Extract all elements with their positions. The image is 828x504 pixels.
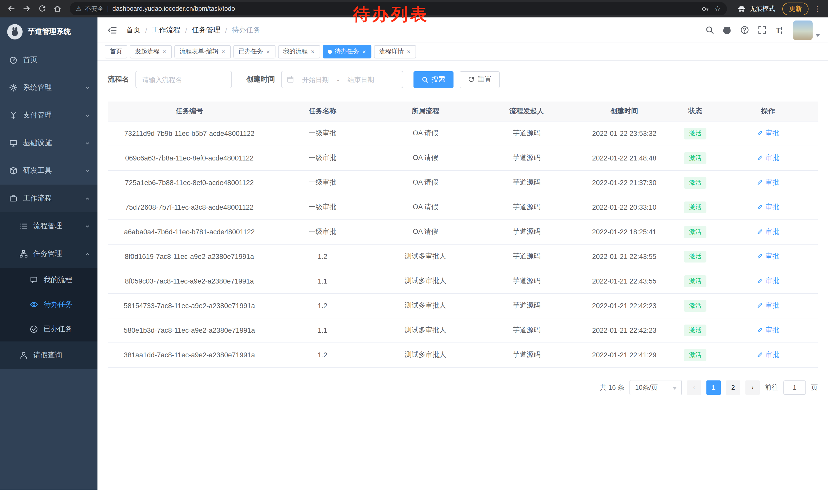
page-button-2[interactable]: 2 <box>726 380 740 395</box>
sidebar-item-dev-tools[interactable]: 研发工具 <box>0 157 97 185</box>
sidebar-toggle-icon[interactable] <box>106 26 121 35</box>
close-icon[interactable]: × <box>362 48 366 55</box>
tab-home[interactable]: 首页 <box>105 45 127 58</box>
url-text[interactable]: dashboard.yudao.iocoder.cn/bpm/task/todo <box>112 5 235 12</box>
password-key-icon[interactable] <box>702 5 709 12</box>
table-header-row: 任务编号 任务名称 所属流程 流程发起人 创建时间 状态 操作 <box>108 101 818 121</box>
cell-actions: 审批 <box>718 220 818 244</box>
breadcrumb-workflow[interactable]: 工作流程 <box>152 26 180 35</box>
cell-process: 测试多审批人 <box>374 244 477 269</box>
chevron-up-icon <box>85 196 90 201</box>
home-icon[interactable] <box>51 3 64 15</box>
tab-label: 已办任务 <box>239 47 263 56</box>
workflow-submenu: 流程管理 任务管理 <box>0 212 97 369</box>
cell-created: 2022-01-21 22:43:55 <box>576 244 672 269</box>
prev-page-button[interactable]: ‹ <box>687 380 701 395</box>
approve-link[interactable]: 审批 <box>757 178 779 187</box>
sidebar-item-home[interactable]: 首页 <box>0 46 97 74</box>
tab-process-detail[interactable]: 流程详情 × <box>374 45 416 58</box>
breadcrumb-current: 待办任务 <box>232 26 260 35</box>
back-icon[interactable] <box>5 3 17 15</box>
cell-status: 激活 <box>672 195 718 220</box>
process-name-input[interactable] <box>135 71 232 88</box>
cell-starter: 芋道源码 <box>477 293 576 318</box>
cell-process: OA 请假 <box>374 220 477 244</box>
cell-actions: 审批 <box>718 170 818 195</box>
goto-page-input[interactable] <box>783 380 806 395</box>
user-menu[interactable] <box>793 20 820 40</box>
sidebar-item-workflow[interactable]: 工作流程 <box>0 185 97 212</box>
help-icon[interactable] <box>737 21 752 39</box>
sidebar-item-leave-query[interactable]: 请假查询 <box>0 341 97 369</box>
sidebar-item-system[interactable]: 系统管理 <box>0 74 97 101</box>
approve-link[interactable]: 审批 <box>757 227 779 236</box>
yen-icon <box>9 111 17 120</box>
close-icon[interactable]: × <box>221 48 226 55</box>
forward-icon[interactable] <box>20 3 33 15</box>
close-icon[interactable]: × <box>406 48 411 55</box>
sidebar-item-todo-tasks[interactable]: 待办任务 <box>0 292 97 317</box>
approve-link[interactable]: 审批 <box>757 276 779 286</box>
cell-starter: 芋道源码 <box>477 170 576 195</box>
sidebar-item-label: 首页 <box>23 55 37 64</box>
font-size-icon[interactable]: T¦ <box>772 21 787 39</box>
fullscreen-icon[interactable] <box>754 21 770 39</box>
sidebar-item-my-processes[interactable]: 我的流程 <box>0 268 97 292</box>
cell-created: 2022-01-22 21:48:48 <box>576 146 672 170</box>
table-body: 73211d9d-7b9b-11ec-b5b7-acde48001122 一级审… <box>108 121 818 367</box>
sidebar-item-process-management[interactable]: 流程管理 <box>0 212 97 240</box>
tab-start-process[interactable]: 发起流程 × <box>130 45 172 58</box>
close-icon[interactable]: × <box>266 48 271 55</box>
sidebar-item-payment[interactable]: 支付管理 <box>0 101 97 129</box>
table-row: a6aba0a4-7b6d-11ec-b781-acde48001122 一级审… <box>108 220 818 244</box>
chrome-menu-icon[interactable]: ⋮ <box>812 5 823 13</box>
navbar-actions: T¦ <box>702 20 820 40</box>
monitor-icon <box>9 139 17 147</box>
bookmark-star-icon[interactable]: ☆ <box>714 5 721 12</box>
tab-my-processes[interactable]: 我的流程 × <box>278 45 320 58</box>
tab-todo-tasks[interactable]: 待办任务 × <box>323 45 371 58</box>
search-icon[interactable] <box>702 21 717 39</box>
approve-link[interactable]: 审批 <box>757 153 779 163</box>
sidebar-item-done-tasks[interactable]: 已办任务 <box>0 317 97 341</box>
breadcrumb-home[interactable]: 首页 <box>126 26 140 35</box>
dashboard-icon <box>9 56 17 64</box>
update-button[interactable]: 更新 <box>782 2 809 15</box>
briefcase-icon <box>9 194 17 202</box>
approve-link-label: 审批 <box>765 252 779 261</box>
approve-link[interactable]: 审批 <box>757 129 779 138</box>
approve-link-label: 审批 <box>765 350 779 359</box>
date-range-picker[interactable]: - <box>281 71 403 88</box>
github-icon[interactable] <box>719 21 735 39</box>
approve-link[interactable]: 审批 <box>757 326 779 335</box>
breadcrumb-task-management[interactable]: 任务管理 <box>192 26 220 35</box>
tab-process-form-edit[interactable]: 流程表单-编辑 × <box>174 45 231 58</box>
sidebar-item-task-management[interactable]: 任务管理 <box>0 240 97 268</box>
approve-link[interactable]: 审批 <box>757 202 779 212</box>
avatar[interactable] <box>793 20 813 40</box>
not-secure-label[interactable]: 不安全 <box>85 4 104 13</box>
chat-bubble-icon <box>30 276 38 284</box>
cell-task-id: 580e1b3d-7ac8-11ec-a9e2-a2380e71991a <box>108 318 271 342</box>
start-date-input[interactable] <box>296 76 335 83</box>
approve-link[interactable]: 审批 <box>757 301 779 310</box>
close-icon[interactable]: × <box>310 48 315 55</box>
close-icon[interactable]: × <box>162 48 167 55</box>
page-button-1[interactable]: 1 <box>706 380 721 395</box>
reset-button[interactable]: 重置 <box>460 71 500 88</box>
approve-link[interactable]: 审批 <box>757 252 779 261</box>
tab-done-tasks[interactable]: 已办任务 × <box>234 45 276 58</box>
page-size-select[interactable]: 10条/页 <box>629 380 682 395</box>
cell-task-name: 一级审批 <box>271 195 374 220</box>
reload-icon[interactable] <box>36 3 48 15</box>
sidebar-item-infrastructure[interactable]: 基础设施 <box>0 129 97 157</box>
status-badge: 激活 <box>684 201 706 213</box>
incognito-label: 无痕模式 <box>749 4 775 13</box>
list-icon <box>19 222 28 230</box>
search-button[interactable]: 搜索 <box>413 71 454 88</box>
create-time-label: 创建时间 <box>246 75 275 84</box>
approve-link[interactable]: 审批 <box>757 350 779 359</box>
app-logo-row[interactable]: 芋道管理系统 <box>0 17 97 46</box>
end-date-input[interactable] <box>341 76 380 83</box>
next-page-button[interactable]: › <box>745 380 760 395</box>
